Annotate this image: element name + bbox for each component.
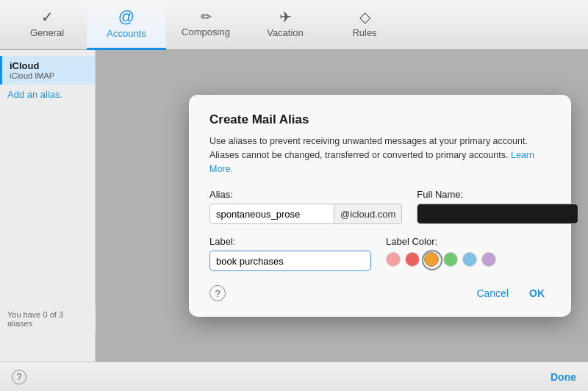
modal-title: Create Mail Alias xyxy=(209,112,551,127)
swatch-pink[interactable] xyxy=(386,252,401,267)
tab-composing[interactable]: ✏ Composing xyxy=(166,0,245,50)
tab-accounts-label: Accounts xyxy=(107,28,146,39)
account-name: iCloud xyxy=(10,60,87,71)
color-swatches xyxy=(386,252,551,267)
toolbar: ✓ General @ Accounts ✏ Composing ✈ Vacat… xyxy=(0,0,588,50)
modal-desc-text: Use aliases to prevent receiving unwante… xyxy=(209,136,528,160)
done-button[interactable]: Done xyxy=(551,371,576,383)
tab-vacation-label: Vacation xyxy=(267,27,304,38)
form-row-alias-fullname: Alias: @icloud.com Full Name: xyxy=(209,189,551,224)
swatch-blue[interactable] xyxy=(462,252,477,267)
modal-actions: Cancel OK xyxy=(470,284,551,302)
label-label: Label: xyxy=(209,236,371,247)
add-alias-link[interactable]: Add an alias. xyxy=(0,85,95,104)
tab-composing-label: Composing xyxy=(182,26,230,37)
alias-input-row: @icloud.com xyxy=(209,204,402,224)
tab-rules-label: Rules xyxy=(352,27,376,38)
content-area: Create Mail Alias Use aliases to prevent… xyxy=(96,50,588,362)
create-alias-modal: Create Mail Alias Use aliases to prevent… xyxy=(189,95,571,317)
bottom-help-icon[interactable]: ? xyxy=(12,370,26,384)
swatch-red[interactable] xyxy=(405,252,420,267)
accounts-icon: @ xyxy=(118,9,135,25)
label-group: Label: xyxy=(209,236,371,271)
tab-rules[interactable]: ◇ Rules xyxy=(325,0,404,50)
ok-button[interactable]: OK xyxy=(523,284,551,302)
sidebar-item-icloud[interactable]: iCloud iCloud IMAP xyxy=(0,56,95,85)
account-type: iCloud IMAP xyxy=(10,71,87,80)
alias-count: You have 0 of 3 aliases xyxy=(7,310,63,328)
modal-help-icon[interactable]: ? xyxy=(209,285,226,301)
general-icon: ✓ xyxy=(41,10,54,24)
alias-label: Alias: xyxy=(209,189,402,200)
tab-general[interactable]: ✓ General xyxy=(7,0,87,50)
main-content: iCloud iCloud IMAP Add an alias. Create … xyxy=(0,50,588,362)
alias-input[interactable] xyxy=(209,204,334,224)
label-color-group: Label Color: xyxy=(386,236,551,267)
cancel-button[interactable]: Cancel xyxy=(470,284,514,302)
bottom-bar: ? Done xyxy=(0,362,588,391)
fullname-input[interactable] xyxy=(417,204,578,224)
composing-icon: ✏ xyxy=(201,10,212,24)
fullname-label: Full Name: xyxy=(417,189,578,200)
fullname-group: Full Name: xyxy=(417,189,578,224)
tab-vacation[interactable]: ✈ Vacation xyxy=(245,0,325,50)
sidebar-footer: You have 0 of 3 aliases xyxy=(0,306,96,332)
alias-group: Alias: @icloud.com xyxy=(209,189,402,224)
modal-footer: ? Cancel OK xyxy=(209,284,551,302)
rules-icon: ◇ xyxy=(359,10,370,24)
tab-accounts[interactable]: @ Accounts xyxy=(87,0,166,50)
swatch-purple[interactable] xyxy=(481,252,496,267)
modal-description: Use aliases to prevent receiving unwante… xyxy=(209,134,551,176)
tab-general-label: General xyxy=(30,27,64,38)
swatch-orange[interactable] xyxy=(424,252,439,267)
label-color-label: Label Color: xyxy=(386,236,551,247)
form-row-label-color: Label: Label Color: xyxy=(209,236,551,271)
alias-domain: @icloud.com xyxy=(334,204,402,224)
vacation-icon: ✈ xyxy=(279,10,292,24)
label-input[interactable] xyxy=(209,251,371,271)
swatch-green[interactable] xyxy=(443,252,458,267)
